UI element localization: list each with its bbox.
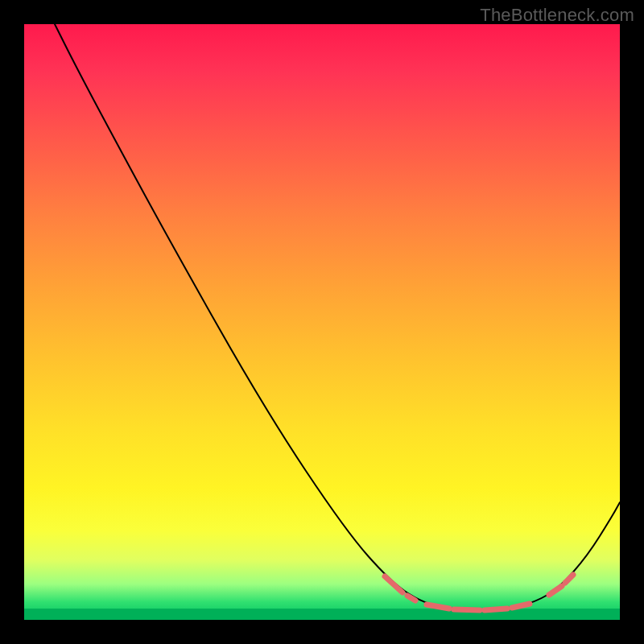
highlight-dash bbox=[454, 609, 480, 610]
highlight-dash bbox=[427, 605, 449, 609]
curve-layer bbox=[24, 24, 620, 620]
highlight-dash bbox=[485, 609, 507, 610]
highlight-dash bbox=[549, 586, 562, 595]
highlight-dash bbox=[385, 576, 402, 592]
highlight-dash bbox=[565, 575, 573, 583]
bottleneck-curve bbox=[55, 24, 620, 609]
watermark-text: TheBottleneck.com bbox=[480, 5, 634, 26]
highlight-dash bbox=[512, 604, 530, 608]
highlight-dashes bbox=[385, 575, 573, 610]
